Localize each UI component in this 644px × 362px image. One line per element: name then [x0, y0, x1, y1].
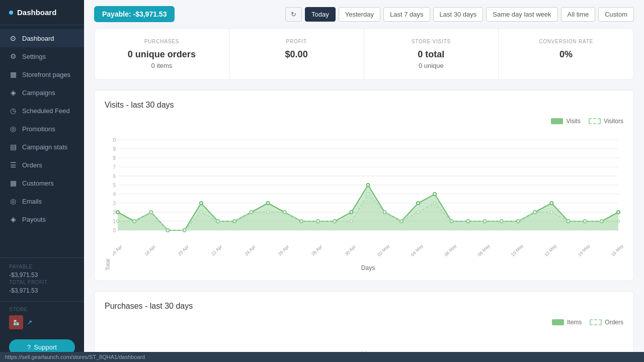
sidebar-item-dashboard[interactable]: ⊙Dashboard	[0, 29, 84, 47]
support-icon: ?	[27, 343, 31, 351]
svg-point-74	[467, 220, 469, 223]
stat-label-profit: PROFIT	[239, 39, 354, 44]
stat-label-store-visits: STORE VISITS	[374, 39, 489, 44]
payouts-icon: ◈	[9, 215, 17, 223]
sidebar-item-campaign-stats[interactable]: ▤Campaign stats	[0, 138, 84, 156]
purchases-chart-title: Purchases - last 30 days	[105, 302, 623, 311]
sidebar-navigation: ⊙Dashboard⚙Settings▦Storefront pages◈Cam…	[0, 25, 84, 257]
svg-text:0: 0	[113, 228, 116, 233]
sidebar-item-campaigns[interactable]: ◈Campaigns	[0, 83, 84, 102]
svg-point-79	[550, 211, 553, 214]
svg-text:18 Apr: 18 Apr	[143, 244, 156, 256]
filter-today[interactable]: Today	[305, 7, 336, 22]
purchases-legend-dashed-icon	[590, 319, 602, 325]
svg-text:12 May: 12 May	[543, 243, 557, 257]
payable-badge: Payable: -$3,971.53	[94, 6, 175, 22]
filter-yesterday[interactable]: Yesterday	[339, 7, 380, 22]
settings-icon: ⚙	[9, 52, 17, 60]
sidebar-item-label: Emails	[22, 198, 42, 205]
sidebar-item-label: Scheduled Feed	[22, 107, 70, 115]
svg-point-78	[534, 211, 536, 214]
visits-chart-section: Visits - last 30 days Visits Visitors To…	[94, 90, 634, 281]
main-content: Payable: -$3,971.53 ↻ TodayYesterdayLast…	[84, 0, 644, 362]
stat-card-conversion: CONVERSION RATE 0%	[499, 29, 633, 79]
svg-text:3: 3	[113, 201, 116, 206]
scheduled-feed-icon: ◷	[9, 107, 17, 115]
svg-point-81	[584, 220, 586, 223]
visits-x-axis-label: Days	[113, 264, 623, 272]
svg-point-58	[200, 211, 202, 214]
filter-custom[interactable]: Custom	[598, 7, 634, 22]
stat-card-profit: PROFIT $0.00	[229, 29, 364, 79]
svg-point-48	[550, 202, 553, 205]
svg-text:8: 8	[113, 155, 116, 161]
sidebar-footer: PAYABLE -$3,971.53 TOTAL PROFIT -$3,971.…	[0, 257, 84, 301]
sidebar-item-scheduled-feed[interactable]: ◷Scheduled Feed	[0, 102, 84, 120]
dashboard-icon: ⊙	[9, 34, 17, 42]
svg-point-66	[334, 220, 336, 223]
svg-point-71	[417, 211, 420, 214]
total-profit-value: -$3,971.53	[9, 287, 75, 294]
visits-y-axis-label: Total	[105, 130, 111, 270]
customers-icon: ▦	[9, 179, 17, 187]
sidebar-item-storefront[interactable]: ▦Storefront pages	[0, 65, 84, 83]
support-label: Support	[34, 343, 57, 351]
sidebar-item-label: Payouts	[22, 216, 46, 223]
svg-point-75	[484, 220, 486, 223]
stat-card-purchases: PURCHASES 0 unique orders 0 items	[95, 29, 229, 79]
payable-value: -$3,971.53	[9, 272, 75, 279]
storefront-icon: ▦	[9, 70, 17, 78]
store-row: 🏪 ↗	[9, 315, 75, 329]
sidebar-item-payouts[interactable]: ◈Payouts	[0, 210, 84, 228]
visits-chart-container: Total 01234567891016 Apr18 Apr20 Apr22 A…	[105, 130, 623, 270]
svg-point-72	[434, 202, 436, 205]
sidebar: Dashboard ⊙Dashboard⚙Settings▦Storefront…	[0, 0, 84, 362]
svg-point-77	[517, 220, 520, 223]
purchases-legend-orders: Orders	[590, 319, 623, 326]
visits-chart-svg: 01234567891016 Apr18 Apr20 Apr22 Apr24 A…	[113, 130, 623, 260]
svg-text:4: 4	[113, 192, 116, 197]
filter-last7[interactable]: Last 7 days	[383, 7, 430, 22]
svg-point-69	[383, 211, 386, 214]
svg-point-37	[367, 184, 370, 187]
svg-point-61	[250, 211, 253, 214]
sidebar-item-promotions[interactable]: ◎Promotions	[0, 120, 84, 138]
sidebar-item-label: Promotions	[22, 125, 55, 133]
campaigns-icon: ◈	[9, 88, 17, 97]
sidebar-item-customers[interactable]: ▦Customers	[0, 174, 84, 192]
svg-text:2: 2	[113, 210, 116, 215]
sidebar-item-emails[interactable]: ◎Emails	[0, 192, 84, 210]
svg-point-22	[116, 211, 119, 214]
filter-same-day[interactable]: Same day last week	[486, 7, 557, 22]
visits-legend-visitors: Visitors	[589, 118, 623, 125]
sidebar-title: Dashboard	[17, 8, 56, 17]
sidebar-logo: Dashboard	[0, 0, 84, 25]
sidebar-item-orders[interactable]: ☰Orders	[0, 156, 84, 174]
visits-chart-inner: 01234567891016 Apr18 Apr20 Apr22 Apr24 A…	[113, 130, 623, 270]
filter-last30[interactable]: Last 30 days	[433, 7, 484, 22]
svg-point-80	[567, 220, 570, 223]
refresh-button[interactable]: ↻	[285, 7, 302, 22]
svg-point-73	[450, 220, 453, 223]
svg-point-70	[400, 220, 403, 223]
svg-text:6: 6	[113, 173, 116, 179]
store-section: STORE 🏪 ↗	[0, 301, 84, 334]
visits-legend-visits: Visits	[551, 118, 580, 125]
total-profit-label: TOTAL PROFIT	[9, 280, 75, 285]
status-url: https://sell.gearlaunch.com/stores/ST_8Q…	[5, 354, 145, 360]
svg-text:02 May: 02 May	[377, 243, 391, 257]
svg-point-57	[183, 229, 186, 232]
svg-point-36	[350, 211, 353, 214]
svg-point-54	[133, 220, 136, 223]
svg-point-40	[417, 202, 420, 205]
svg-point-68	[367, 193, 369, 196]
svg-point-64	[300, 220, 302, 223]
promotions-icon: ◎	[9, 125, 17, 133]
svg-point-82	[600, 220, 603, 223]
sidebar-item-settings[interactable]: ⚙Settings	[0, 47, 84, 65]
svg-text:5: 5	[113, 183, 116, 188]
filter-all-time[interactable]: All time	[561, 7, 596, 22]
svg-text:16 Apr: 16 Apr	[113, 244, 123, 256]
store-link[interactable]: ↗	[27, 319, 32, 326]
svg-text:9: 9	[113, 146, 116, 152]
